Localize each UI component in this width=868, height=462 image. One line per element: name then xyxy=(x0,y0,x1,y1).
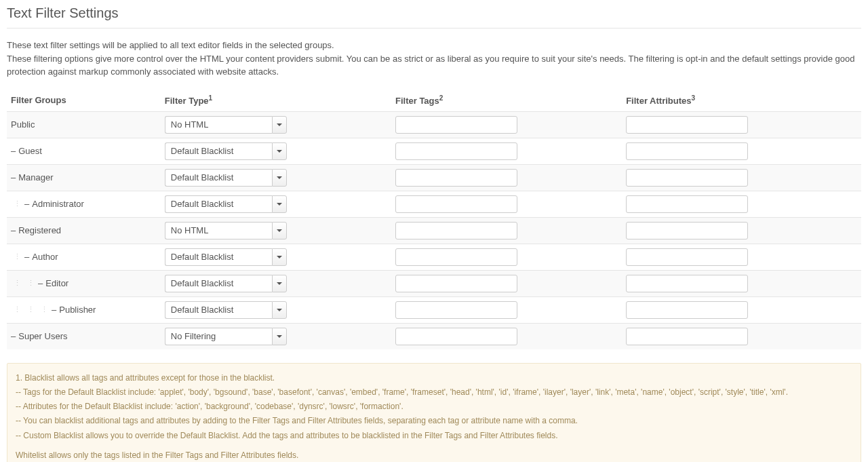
filter-tags-input[interactable] xyxy=(395,116,517,134)
tree-dash-icon: – xyxy=(52,305,56,315)
tree-dash-icon: – xyxy=(24,252,29,262)
header-filter-tags: Filter Tags2 xyxy=(391,89,622,112)
filter-type-value: Default Blacklist xyxy=(165,248,272,266)
header-filter-attributes: Filter Attributes3 xyxy=(622,89,861,112)
tree-indent-icon xyxy=(24,305,37,314)
group-name-label: Editor xyxy=(45,278,68,288)
filter-type-select[interactable]: Default Blacklist xyxy=(165,142,287,160)
caret-down-icon[interactable] xyxy=(272,169,287,187)
table-row: –GuestDefault Blacklist xyxy=(7,138,861,164)
tree-dash-icon: – xyxy=(11,331,16,341)
filter-attributes-input[interactable] xyxy=(626,195,748,213)
group-name-label: Administrator xyxy=(32,199,84,209)
caret-down-icon[interactable] xyxy=(272,222,287,239)
table-row: –AuthorDefault Blacklist xyxy=(7,244,861,270)
filter-tags-input[interactable] xyxy=(395,222,517,239)
filter-type-select[interactable]: No HTML xyxy=(165,116,287,134)
group-name-label: Guest xyxy=(18,146,42,156)
tree-dash-icon: – xyxy=(24,199,29,209)
table-row: –RegisteredNo HTML xyxy=(7,217,861,244)
table-row: –Super UsersNo Filtering xyxy=(7,323,861,349)
filter-tags-input[interactable] xyxy=(395,248,517,266)
filter-type-value: Default Blacklist xyxy=(165,169,272,187)
table-row: –EditorDefault Blacklist xyxy=(7,270,861,296)
filter-type-value: Default Blacklist xyxy=(165,142,272,160)
description-block: These text filter settings will be appli… xyxy=(7,39,861,79)
filter-tags-input[interactable] xyxy=(395,275,517,292)
note-1-line-5: -- Custom Blacklist allows you to overri… xyxy=(16,429,852,442)
note-1-line-3: -- Attributes for the Default Blacklist … xyxy=(16,400,852,413)
description-line-1: These text filter settings will be appli… xyxy=(7,39,861,52)
filter-type-select[interactable]: Default Blacklist xyxy=(165,169,287,187)
filter-attributes-input[interactable] xyxy=(626,275,748,292)
filter-type-value: Default Blacklist xyxy=(165,301,272,319)
filter-attributes-input[interactable] xyxy=(626,142,748,160)
filter-type-select[interactable]: Default Blacklist xyxy=(165,301,287,319)
note-whitelist: Whitelist allows only the tags listed in… xyxy=(16,449,852,462)
filter-table: Filter Groups Filter Type1 Filter Tags2 … xyxy=(7,89,861,349)
tree-dash-icon: – xyxy=(11,225,16,235)
filter-type-value: No Filtering xyxy=(165,328,272,345)
filter-type-select[interactable]: Default Blacklist xyxy=(165,248,287,266)
notes-box: 1. Blacklist allows all tags and attribu… xyxy=(7,363,861,462)
header-filter-groups: Filter Groups xyxy=(7,89,161,112)
filter-attributes-input[interactable] xyxy=(626,301,748,319)
group-name-label: Author xyxy=(32,252,58,262)
filter-type-value: No HTML xyxy=(165,116,272,134)
page-title: Text Filter Settings xyxy=(7,0,861,28)
tree-indent-icon xyxy=(11,252,23,261)
filter-type-value: No HTML xyxy=(165,222,272,239)
group-name-label: Publisher xyxy=(59,305,96,315)
filter-tags-input[interactable] xyxy=(395,301,517,319)
group-name-label: Public xyxy=(11,119,35,130)
caret-down-icon[interactable] xyxy=(272,142,287,160)
table-row: –ManagerDefault Blacklist xyxy=(7,164,861,191)
caret-down-icon[interactable] xyxy=(272,116,287,134)
note-1-line-2: -- Tags for the Default Blacklist includ… xyxy=(16,386,852,399)
table-row: –AdministratorDefault Blacklist xyxy=(7,191,861,217)
group-name-label: Manager xyxy=(18,172,53,182)
caret-down-icon[interactable] xyxy=(272,328,287,345)
table-row: PublicNo HTML xyxy=(7,111,861,138)
filter-attributes-input[interactable] xyxy=(626,169,748,187)
caret-down-icon[interactable] xyxy=(272,301,287,319)
note-1-line-1: 1. Blacklist allows all tags and attribu… xyxy=(16,372,852,385)
tree-indent-icon xyxy=(24,279,37,288)
filter-attributes-input[interactable] xyxy=(626,116,748,134)
filter-attributes-input[interactable] xyxy=(626,248,748,266)
filter-type-select[interactable]: Default Blacklist xyxy=(165,275,287,292)
caret-down-icon[interactable] xyxy=(272,195,287,213)
caret-down-icon[interactable] xyxy=(272,248,287,266)
table-row: –PublisherDefault Blacklist xyxy=(7,296,861,323)
filter-tags-input[interactable] xyxy=(395,328,517,345)
tree-dash-icon: – xyxy=(38,278,43,288)
group-name-label: Registered xyxy=(18,225,61,235)
filter-attributes-input[interactable] xyxy=(626,222,748,239)
filter-type-select[interactable]: Default Blacklist xyxy=(165,195,287,213)
filter-attributes-input[interactable] xyxy=(626,328,748,345)
filter-type-select[interactable]: No HTML xyxy=(165,222,287,239)
description-line-2: These filtering options give more contro… xyxy=(7,52,861,79)
tree-indent-icon xyxy=(11,305,23,314)
tree-indent-icon xyxy=(38,305,50,314)
filter-type-select[interactable]: No Filtering xyxy=(165,328,287,345)
tree-indent-icon xyxy=(11,279,23,288)
filter-tags-input[interactable] xyxy=(395,169,517,187)
caret-down-icon[interactable] xyxy=(272,275,287,292)
note-1-line-4: -- You can blacklist additional tags and… xyxy=(16,415,852,427)
tree-dash-icon: – xyxy=(11,146,16,156)
filter-type-value: Default Blacklist xyxy=(165,195,272,213)
tree-indent-icon xyxy=(11,199,23,208)
filter-tags-input[interactable] xyxy=(395,142,517,160)
filter-tags-input[interactable] xyxy=(395,195,517,213)
header-filter-type: Filter Type1 xyxy=(161,89,391,112)
filter-type-value: Default Blacklist xyxy=(165,275,272,292)
tree-dash-icon: – xyxy=(11,172,16,182)
group-name-label: Super Users xyxy=(18,331,67,341)
